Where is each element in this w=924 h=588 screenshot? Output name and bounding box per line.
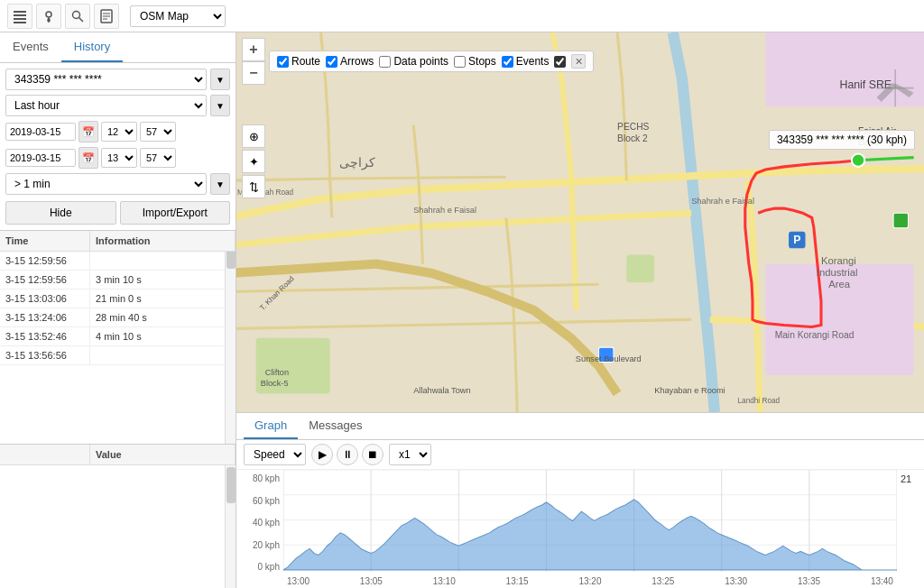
min-to-select[interactable]: 57	[140, 148, 176, 168]
toolbar-icon-location[interactable]	[36, 4, 61, 29]
zoom-in-btn[interactable]: +	[242, 38, 265, 61]
min-duration-row: > 1 min ▼	[5, 173, 230, 195]
stops-checkbox[interactable]	[454, 56, 466, 68]
table-row[interactable]: 3-15 13:56:56	[0, 346, 236, 365]
time-range-select[interactable]: Last hour	[5, 95, 207, 116]
svg-text:Khayaban e Roomi: Khayaban e Roomi	[654, 386, 725, 395]
graph-y-axis: 80 kph 60 kph 40 kph 20 kph 0 kph	[236, 470, 283, 588]
main-content: Events History 343359 *** *** **** ▼ Las…	[0, 32, 924, 588]
toolbar-icon-report[interactable]	[94, 4, 119, 29]
svg-text:Shahrah e Faisal: Shahrah e Faisal	[413, 206, 476, 215]
device-select[interactable]: 343359 *** *** ****	[5, 69, 207, 90]
close-filter-btn[interactable]: ✕	[571, 54, 586, 69]
svg-rect-15	[626, 254, 654, 282]
hour-from-select[interactable]: 12	[101, 122, 137, 142]
speed-mult-select[interactable]: x1	[389, 444, 431, 465]
tab-events[interactable]: Events	[0, 32, 61, 62]
x-label-1335: 13:35	[798, 576, 820, 586]
tab-messages[interactable]: Messages	[298, 413, 373, 439]
table-row[interactable]: 3-15 12:59:563 min 10 s	[0, 271, 236, 289]
graph-canvas[interactable]: 13:00 13:05 13:10 13:15 13:20 13:25 13:3…	[283, 470, 897, 588]
hide-button[interactable]: Hide	[5, 201, 116, 225]
table-row[interactable]: 3-15 13:03:0621 min 0 s	[0, 289, 236, 308]
map-filter-bar: Route Arrows Data points Stops	[269, 51, 594, 72]
min-from-select[interactable]: 57	[140, 122, 176, 142]
svg-point-4	[46, 12, 51, 17]
datapoints-checkbox[interactable]	[379, 56, 391, 68]
fullscreen-btn[interactable]: ⇅	[242, 175, 265, 198]
pause-button[interactable]: ⏸	[337, 444, 358, 465]
toolbar-icon-1[interactable]	[7, 4, 32, 29]
cell-time: 3-15 12:59:56	[0, 252, 90, 270]
y-label-0: 0 kph	[240, 562, 280, 572]
x-label-1325: 13:25	[651, 576, 674, 586]
toolbar-icon-search[interactable]	[65, 4, 90, 29]
graph-svg	[283, 470, 897, 572]
svg-rect-2	[14, 18, 26, 20]
tab-history[interactable]: History	[61, 32, 123, 62]
right-panel: + − Route Arrows Data points	[236, 32, 924, 588]
events-checkbox[interactable]	[502, 56, 513, 68]
route-label: Route	[291, 55, 320, 68]
svg-rect-17	[893, 213, 908, 227]
y-label-60: 60 kph	[240, 496, 280, 506]
map-select[interactable]: OSM MapOSM MapGoogle MapsBing MapsSatell…	[130, 5, 226, 27]
map-area[interactable]: + − Route Arrows Data points	[236, 32, 924, 412]
locate-btn[interactable]: ⊕	[242, 124, 265, 148]
bottom-scroll-area	[0, 465, 236, 588]
y-label-40: 40 kph	[240, 518, 280, 528]
tab-graph[interactable]: Graph	[244, 413, 298, 439]
time-range-row: Last hour ▼	[5, 95, 230, 116]
cal-from-btn[interactable]: 📅	[79, 121, 98, 142]
x-label-1340: 13:40	[871, 576, 893, 586]
bottom-panel: Value	[0, 444, 236, 588]
stop-button[interactable]: ⏹	[362, 444, 383, 465]
toolbar: OSM MapOSM MapGoogle MapsBing MapsSatell…	[0, 0, 924, 32]
events-filter[interactable]: Events	[502, 55, 550, 68]
graph-content: 80 kph 60 kph 40 kph 20 kph 0 kph	[236, 470, 924, 588]
device-dropdown-arrow[interactable]: ▼	[210, 69, 230, 90]
stops-filter[interactable]: Stops	[454, 55, 496, 68]
arrows-checkbox[interactable]	[326, 56, 337, 68]
date-from-input[interactable]	[5, 123, 76, 141]
x-label-1305: 13:05	[360, 576, 383, 586]
x-label-1310: 13:10	[433, 576, 456, 586]
cal-to-btn[interactable]: 📅	[79, 147, 98, 169]
graph-right-value: 21	[897, 470, 924, 588]
import-export-button[interactable]: Import/Export	[120, 201, 231, 225]
date-to-row: 📅 13 57	[5, 147, 230, 169]
svg-rect-0	[14, 11, 26, 13]
play-button[interactable]: ▶	[311, 444, 333, 465]
action-buttons: Hide Import/Export	[5, 201, 230, 225]
bottom-header: Value	[0, 445, 236, 465]
cell-info	[90, 346, 236, 364]
events-extra-checkbox[interactable]	[554, 56, 566, 68]
min-duration-select[interactable]: > 1 min	[5, 173, 207, 195]
speed-select[interactable]: Speed	[244, 444, 306, 465]
time-range-arrow[interactable]: ▼	[210, 95, 230, 116]
svg-text:Block 2: Block 2	[617, 133, 648, 143]
cell-info: 4 min 10 s	[90, 327, 236, 345]
min-duration-arrow[interactable]: ▼	[210, 173, 230, 195]
arrows-filter[interactable]: Arrows	[326, 55, 374, 68]
table-row[interactable]: 3-15 13:24:0628 min 40 s	[0, 308, 236, 327]
table-row[interactable]: 3-15 12:59:56	[0, 252, 236, 271]
svg-text:Korangi: Korangi	[821, 255, 856, 266]
layers-btn[interactable]: ✦	[242, 150, 265, 173]
x-label-1315: 13:15	[506, 576, 529, 586]
date-from-row: 📅 12 57	[5, 121, 230, 142]
stops-label: Stops	[468, 55, 496, 68]
table-header: Time Information	[0, 231, 236, 252]
hour-to-select[interactable]: 13	[101, 148, 137, 168]
svg-text:Landhi Road: Landhi Road	[738, 397, 781, 405]
table-row[interactable]: 3-15 13:52:464 min 10 s	[0, 327, 236, 346]
date-to-input[interactable]	[5, 149, 76, 167]
bottom-scroll-indicator[interactable]	[225, 465, 236, 588]
scroll-indicator[interactable]	[225, 231, 236, 444]
zoom-out-btn[interactable]: −	[242, 61, 265, 85]
device-select-row: 343359 *** *** **** ▼	[5, 69, 230, 90]
datapoints-filter[interactable]: Data points	[379, 55, 448, 68]
route-filter[interactable]: Route	[277, 55, 320, 68]
events-label: Events	[516, 55, 550, 68]
route-checkbox[interactable]	[277, 56, 289, 68]
